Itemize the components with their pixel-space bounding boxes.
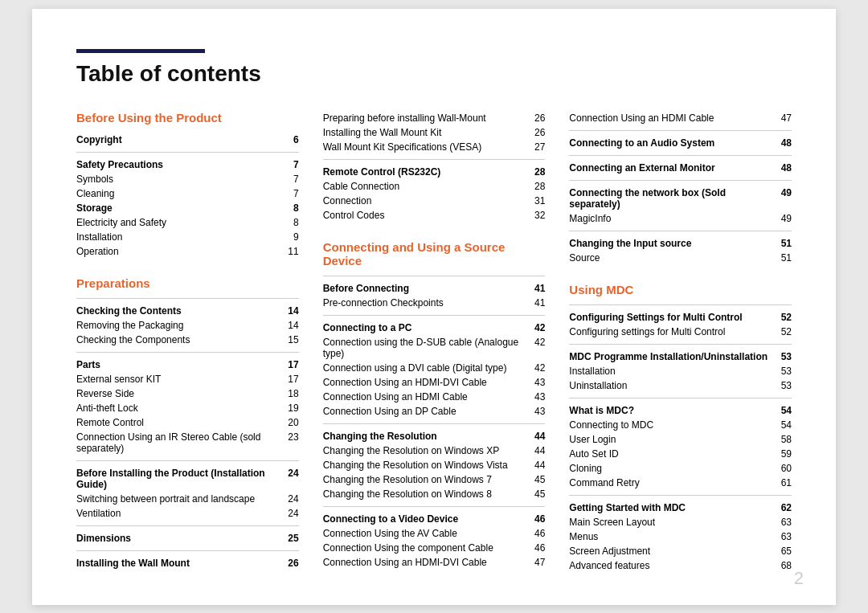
section-title-preparations: Preparations (76, 276, 299, 290)
column-1: Before Using the ProductCopyright6Safety… (76, 111, 323, 573)
toc-page: 15 (283, 334, 299, 345)
toc-page: 11 (283, 246, 299, 257)
toc-entry: Connection Using an HDMI Cable43 (323, 390, 546, 404)
divider (569, 398, 792, 398)
divider (569, 180, 792, 181)
toc-entry: MagicInfo49 (569, 211, 792, 226)
toc-entry: Wall Mount Kit Specifications (VESA)27 (323, 140, 546, 154)
toc-label: Changing the Resolution (323, 431, 530, 442)
toc-label: Cloning (569, 463, 776, 474)
toc-page: 48 (776, 162, 792, 174)
toc-entry: MDC Programme Installation/Uninstallatio… (569, 349, 792, 364)
toc-entry: Dimensions25 (76, 531, 299, 546)
toc-label: MagicInfo (569, 213, 776, 224)
toc-label: Dimensions (76, 533, 283, 544)
toc-page: 42 (529, 337, 545, 348)
divider (569, 130, 792, 131)
toc-page: 26 (529, 127, 545, 138)
toc-page: 62 (776, 502, 792, 513)
toc-entry: Changing the Resolution on Windows 845 (323, 487, 546, 501)
toc-page: 43 (529, 391, 545, 403)
toc-page: 49 (776, 213, 792, 224)
divider (76, 352, 299, 353)
toc-entry: Changing the Resolution on Windows 745 (323, 472, 546, 487)
toc-columns: Before Using the ProductCopyright6Safety… (76, 111, 792, 573)
toc-label: Remote Control (76, 417, 283, 428)
toc-entry: Connecting an External Monitor48 (569, 161, 792, 175)
toc-entry: Electricity and Safety8 (76, 215, 299, 230)
toc-label: Connecting to a PC (323, 322, 530, 333)
toc-entry: Checking the Contents14 (76, 304, 299, 318)
toc-entry: Operation11 (76, 244, 299, 259)
toc-page: 54 (776, 419, 792, 431)
toc-label: Installation (569, 366, 776, 377)
toc-page: 20 (283, 417, 299, 428)
toc-entry: Connecting to a PC42 (323, 321, 546, 335)
toc-label: Checking the Components (76, 334, 283, 345)
toc-label: Installing the Wall Mount (76, 558, 283, 569)
toc-entry: Configuring settings for Multi Control52 (569, 325, 792, 339)
toc-label: Changing the Resolution on Windows 7 (323, 474, 530, 485)
toc-page: 6 (283, 134, 299, 145)
toc-label: Connecting to MDC (569, 419, 776, 431)
toc-page: 24 (283, 493, 299, 505)
toc-label: Connecting to an Audio System (569, 137, 776, 149)
toc-label: Control Codes (323, 210, 530, 221)
column-3: Connection Using an HDMI Cable47Connecti… (569, 111, 792, 573)
toc-entry: Control Codes32 (323, 208, 546, 223)
toc-label: Storage (76, 202, 283, 214)
toc-label: Changing the Resolution on Windows XP (323, 445, 530, 456)
toc-label: Connecting to a Video Device (323, 513, 530, 525)
toc-page: 59 (776, 448, 792, 460)
toc-entry: Connecting to MDC54 (569, 418, 792, 432)
toc-entry: Connection Using an HDMI-DVI Cable47 (323, 555, 546, 570)
toc-label: Changing the Input source (569, 238, 776, 249)
toc-page: 43 (529, 406, 545, 417)
toc-page: 32 (529, 210, 545, 221)
toc-page: 31 (529, 195, 545, 206)
divider (569, 344, 792, 345)
toc-entry: Advanced features68 (569, 558, 792, 573)
toc-label: Command Retry (569, 477, 776, 488)
toc-page: 46 (529, 513, 545, 525)
toc-entry: Changing the Input source51 (569, 236, 792, 251)
toc-page: 47 (529, 557, 545, 568)
toc-entry: Checking the Components15 (76, 333, 299, 347)
toc-entry: Source51 (569, 251, 792, 265)
toc-entry: Screen Adjustment65 (569, 544, 792, 558)
toc-page: 19 (283, 403, 299, 414)
toc-page: 43 (529, 377, 545, 388)
toc-entry: Removing the Packaging14 (76, 318, 299, 333)
toc-page: 58 (776, 434, 792, 445)
toc-entry: Connection Using an HDMI-DVI Cable43 (323, 375, 546, 390)
toc-entry: Connecting to a Video Device46 (323, 512, 546, 526)
section-title-using-mdc: Using MDC (569, 283, 792, 296)
toc-page: 49 (776, 187, 792, 198)
toc-label: Installing the Wall Mount Kit (323, 127, 530, 138)
toc-label: Auto Set ID (569, 448, 776, 460)
toc-page: 46 (529, 528, 545, 539)
toc-page: 53 (776, 366, 792, 377)
toc-label: Symbols (76, 174, 283, 185)
toc-page: 7 (283, 174, 299, 185)
toc-label: Connection using the D-SUB cable (Analog… (323, 337, 530, 359)
divider (76, 152, 299, 153)
toc-page: 63 (776, 517, 792, 528)
toc-page: 14 (283, 320, 299, 331)
toc-label: Anti-theft Lock (76, 403, 283, 414)
toc-label: Connection using a DVI cable (Digital ty… (323, 362, 530, 374)
toc-page: 17 (283, 374, 299, 385)
section-title-connecting: Connecting and Using a Source Device (323, 240, 546, 268)
toc-entry: Main Screen Layout63 (569, 515, 792, 529)
toc-entry: Configuring Settings for Multi Control52 (569, 310, 792, 325)
toc-label: Safety Precautions (76, 159, 283, 170)
toc-entry: Reverse Side18 (76, 386, 299, 401)
toc-label: Parts (76, 359, 283, 370)
toc-page: 60 (776, 463, 792, 474)
page-number: 2 (794, 568, 804, 589)
toc-page: 24 (283, 468, 299, 479)
divider (569, 155, 792, 156)
toc-label: Operation (76, 246, 283, 257)
toc-label: Preparing before installing Wall-Mount (323, 112, 530, 124)
toc-label: Connecting the network box (Sold separat… (569, 187, 776, 210)
